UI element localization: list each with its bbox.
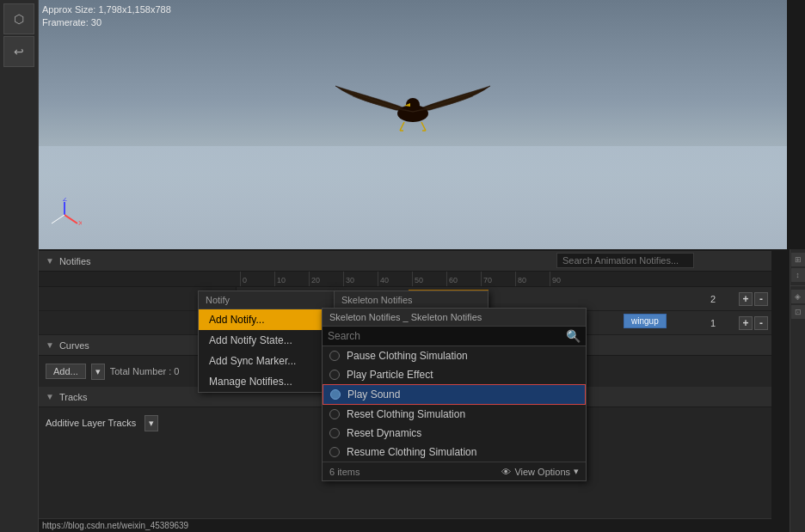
- context-menu-add-sync-marker[interactable]: Add Sync Marker... ▶: [199, 351, 335, 371]
- context-menu-add-notify[interactable]: Add Notify... ▶: [199, 309, 335, 330]
- notify-item-play-sound-label: Play Sound: [347, 388, 400, 401]
- anim-icon-1[interactable]: ⊞: [791, 253, 805, 266]
- view-options-button[interactable]: 👁 View Options ▾: [501, 466, 579, 477]
- view-options-chevron: ▾: [574, 466, 579, 477]
- notify-popup-header: Skeleton Notifies _ Skeleton Notifies: [323, 309, 586, 327]
- ruler-marks: 0 10 20 30 40 50 60 70 80 90: [237, 272, 584, 286]
- notify-radio-play-sound: [330, 389, 341, 400]
- viewport: Approx Size: 1,798x1,158x788 Framerate: …: [39, 0, 787, 249]
- notify-radio-play-particle: [329, 370, 340, 380]
- ruler-tick-2: 20: [309, 272, 343, 286]
- add-curve-dropdown[interactable]: ▾: [91, 364, 105, 380]
- tracks-triangle: ▼: [46, 392, 54, 401]
- anim-icon-2[interactable]: ↕: [791, 268, 805, 282]
- notify-plus-2[interactable]: +: [739, 316, 753, 330]
- ruler-tick-8: 80: [515, 272, 550, 286]
- url-bar: https://blog.csdn.net/weixin_45389639: [39, 518, 771, 532]
- timeline-ruler: 0 10 20 30 40 50 60 70 80 90: [39, 272, 771, 287]
- add-notify-label: Add Notify...: [209, 314, 264, 326]
- notify-item-play-particle-label: Play Particle Effect: [347, 369, 433, 381]
- url-text: https://blog.csdn.net/weixin_45389639: [42, 521, 188, 530]
- svg-line-6: [52, 215, 65, 223]
- additive-track-label: Additive Layer Tracks: [46, 418, 136, 428]
- tracks-label: Tracks: [59, 392, 88, 402]
- anim-search-input[interactable]: [556, 253, 694, 268]
- notify-radio-pause: [329, 351, 340, 361]
- notify-radio-reset-clothing: [329, 409, 340, 419]
- notify-item-count: 6 items: [329, 467, 359, 477]
- notify-radio-reset-dynamics: [329, 428, 340, 438]
- anim-right-icons: ⊞ ↕ ◈ ⊡: [790, 249, 805, 532]
- anim-icon-separator: [790, 285, 805, 286]
- add-curve-button[interactable]: Add...: [46, 364, 86, 379]
- add-notify-state-label: Add Notify State...: [209, 334, 292, 346]
- curves-triangle: ▼: [46, 340, 54, 350]
- total-number-label: Total Number : 0: [110, 366, 180, 376]
- context-menu-overlay: Notify Add Notify... ▶ Add Notify State.…: [198, 290, 335, 393]
- notify-plus-minus-1: + -: [739, 292, 771, 306]
- anim-search-container: [556, 253, 694, 268]
- context-menu-add-notify-state[interactable]: Add Notify State... ▶: [199, 330, 335, 351]
- anim-icon-3[interactable]: ◈: [791, 290, 805, 303]
- notify-search-box: 🔍: [323, 327, 586, 346]
- context-menu-header: Notify: [199, 291, 335, 309]
- notify-badge-wingup[interactable]: wingup: [624, 314, 667, 328]
- context-menu-manage-notifies[interactable]: Manage Notifies...: [199, 371, 335, 392]
- notify-plus-minus-2: + -: [739, 316, 771, 330]
- left-icon-2[interactable]: ↩: [3, 36, 34, 67]
- notify-count-2: 1: [687, 318, 739, 328]
- ruler-tick-3: 30: [343, 272, 378, 286]
- notify-plus-1[interactable]: +: [739, 292, 753, 306]
- notify-item-reset-dynamics-label: Reset Dynamics: [347, 427, 421, 439]
- svg-text:X: X: [78, 219, 82, 227]
- notify-item-pause-label: Pause Clothing Simulation: [347, 350, 468, 362]
- notify-item-reset-clothing[interactable]: Reset Clothing Simulation: [323, 405, 586, 424]
- notify-popup: Skeleton Notifies _ Skeleton Notifies 🔍 …: [322, 308, 587, 481]
- framerate-label: Framerate: 30: [42, 16, 171, 29]
- ruler-tick-7: 70: [481, 272, 515, 286]
- left-icon-1[interactable]: ⬡: [3, 3, 34, 34]
- anim-icon-4[interactable]: ⊡: [791, 305, 805, 319]
- notify-count-1: 2: [687, 294, 739, 304]
- viewport-info: Approx Size: 1,798x1,158x788 Framerate: …: [42, 3, 171, 30]
- axis-indicator: Z X: [47, 198, 82, 232]
- notify-radio-resume-clothing: [329, 447, 340, 457]
- notify-item-reset-clothing-label: Reset Clothing Simulation: [347, 408, 465, 420]
- submenu-header-label: Skeleton Notifies: [341, 295, 413, 305]
- notify-item-pause[interactable]: Pause Clothing Simulation: [323, 346, 586, 365]
- notify-item-resume-clothing[interactable]: Resume Clothing Simulation: [323, 443, 586, 462]
- eagle-model: [327, 69, 499, 172]
- ruler-tick-4: 40: [378, 272, 412, 286]
- ruler-tick-0: 0: [240, 272, 274, 286]
- eye-icon: 👁: [501, 467, 511, 477]
- curves-label: Curves: [59, 340, 89, 351]
- context-menu: Notify Add Notify... ▶ Add Notify State.…: [198, 290, 335, 393]
- notify-search-icon[interactable]: 🔍: [566, 329, 581, 343]
- add-sync-marker-label: Add Sync Marker...: [209, 355, 296, 367]
- ruler-tick-9: 90: [550, 272, 584, 286]
- manage-notifies-label: Manage Notifies...: [209, 376, 292, 388]
- ruler-tick-6: 60: [446, 272, 481, 286]
- notify-item-resume-clothing-label: Resume Clothing Simulation: [347, 446, 476, 458]
- notifies-label: Notifies: [59, 256, 91, 266]
- notifies-section-header: ▼ Notifies: [39, 251, 771, 272]
- additive-track-dropdown[interactable]: ▾: [144, 415, 158, 431]
- ruler-tick-5: 50: [412, 272, 446, 286]
- svg-text:Z: Z: [63, 198, 67, 203]
- svg-line-4: [65, 215, 77, 223]
- view-options-label: View Options: [514, 467, 570, 477]
- notify-item-reset-dynamics[interactable]: Reset Dynamics: [323, 424, 586, 443]
- left-panel: ⬡ ↩: [0, 0, 39, 532]
- notify-popup-title: Skeleton Notifies _ Skeleton Notifies: [329, 312, 482, 322]
- notify-minus-2[interactable]: -: [754, 316, 768, 330]
- notify-item-play-sound[interactable]: Play Sound: [323, 384, 586, 405]
- notify-footer: 6 items 👁 View Options ▾: [323, 462, 586, 480]
- approx-size-label: Approx Size: 1,798x1,158x788: [42, 3, 171, 16]
- ruler-tick-1: 10: [274, 272, 309, 286]
- submenu-header: Skeleton Notifies: [335, 291, 488, 309]
- notify-search-input[interactable]: [328, 330, 562, 342]
- eagle-svg: [327, 69, 499, 155]
- notifies-triangle: ▼: [46, 256, 54, 266]
- notify-item-play-particle[interactable]: Play Particle Effect: [323, 365, 586, 384]
- notify-minus-1[interactable]: -: [754, 292, 768, 306]
